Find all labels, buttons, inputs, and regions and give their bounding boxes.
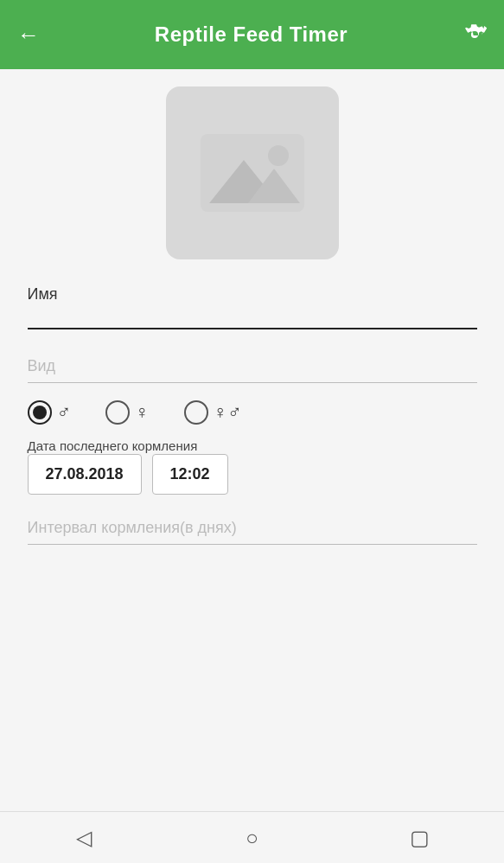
gender-both-option[interactable]: ♀♂ [184, 400, 242, 425]
date-picker[interactable]: 27.08.2018 [28, 454, 142, 495]
nav-home-button[interactable]: ○ [230, 821, 273, 855]
gender-female-radio[interactable] [105, 400, 130, 425]
male-symbol: ♂ [57, 401, 72, 424]
species-input[interactable] [28, 350, 477, 383]
placeholder-image-icon [201, 134, 304, 212]
gear-icon [463, 22, 487, 47]
gender-male-option[interactable]: ♂ [28, 400, 72, 425]
female-symbol: ♀ [135, 401, 150, 424]
main-content: Имя ♂ ♀ ♀♂ [0, 69, 504, 811]
gender-male-radio[interactable] [28, 400, 52, 425]
settings-button[interactable] [463, 22, 487, 47]
photo-placeholder[interactable] [166, 86, 339, 259]
time-picker[interactable]: 12:02 [152, 454, 228, 495]
last-feed-section: Дата последнего кормления 27.08.2018 12:… [28, 438, 477, 495]
name-field-wrapper: Имя [28, 285, 477, 329]
top-bar: ← Reptile Feed Timer [0, 0, 504, 69]
name-input[interactable] [28, 305, 477, 329]
interval-input[interactable] [28, 512, 477, 545]
bottom-nav: ◁ ○ ▢ [0, 811, 504, 863]
svg-point-3 [268, 145, 289, 166]
species-field-group [28, 350, 477, 383]
last-feed-label: Дата последнего кормления [28, 438, 198, 453]
interval-field-wrapper [28, 512, 477, 545]
both-symbol: ♀♂ [214, 401, 242, 424]
species-section: ♂ ♀ ♀♂ Дата последнего кормления 27.08.2… [28, 350, 477, 545]
back-button[interactable]: ← [17, 22, 40, 48]
name-label: Имя [28, 285, 477, 304]
nav-recent-button[interactable]: ▢ [399, 821, 442, 855]
date-time-row: 27.08.2018 12:02 [28, 454, 477, 495]
page-title: Reptile Feed Timer [155, 22, 348, 47]
gender-radio-group: ♂ ♀ ♀♂ [28, 400, 477, 425]
gender-female-option[interactable]: ♀ [105, 400, 150, 425]
gender-both-radio[interactable] [184, 400, 208, 425]
nav-back-button[interactable]: ◁ [62, 821, 105, 855]
